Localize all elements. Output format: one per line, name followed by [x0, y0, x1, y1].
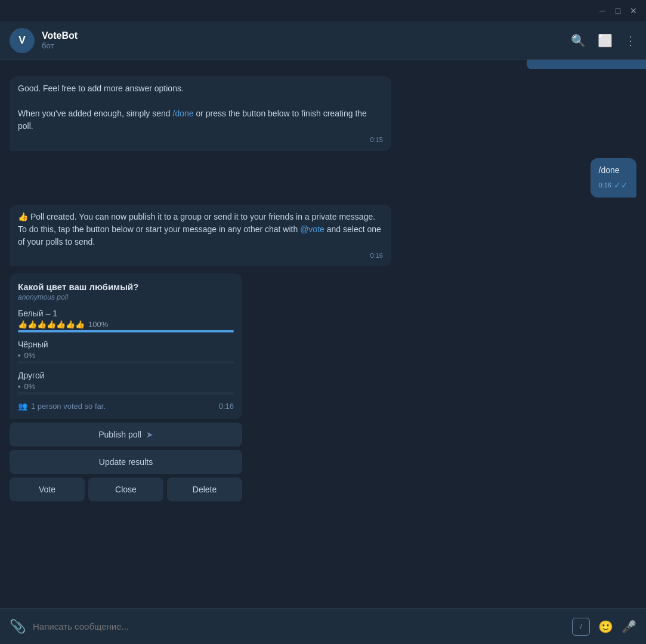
poll-card-row: Какой цвет ваш любимый? anonymous poll Б… [10, 273, 636, 501]
title-bar: ─ □ ✕ [0, 0, 646, 21]
poll-bar-emoji-3: ▪ [18, 382, 21, 391]
publish-poll-button[interactable]: Publish poll ➤ [10, 423, 242, 446]
poll-bar-percent-2: 0% [24, 351, 36, 360]
poll-bar-row-3: ▪ 0% [18, 382, 234, 391]
poll-time: 0:16 [219, 402, 234, 411]
mic-icon[interactable]: 🎤 [622, 620, 636, 634]
delete-label: Delete [193, 485, 217, 494]
message-text: Good. Feel free to add more answer optio… [18, 84, 367, 131]
input-bar: 📎 / 🙂 🎤 [0, 608, 646, 644]
message-input[interactable] [33, 621, 565, 631]
chat-title-area: VoteBot бот [42, 30, 571, 50]
header-icons: 🔍 ⬜ ⋮ [571, 33, 636, 48]
avatar: V [10, 28, 35, 53]
emoji-icon[interactable]: 🙂 [598, 620, 613, 634]
message-row: Good. Feel free to add more answer optio… [10, 76, 636, 151]
minimize-button[interactable]: ─ [597, 5, 608, 16]
user-message-time: 0:16 ✓✓ [599, 179, 628, 192]
attach-icon[interactable]: 📎 [10, 619, 26, 634]
vote-label: Vote [39, 485, 55, 494]
close-button[interactable]: ✕ [628, 5, 639, 16]
poll-buttons: Publish poll ➤ Update results Vote Close… [10, 423, 242, 501]
update-results-label: Update results [99, 457, 153, 467]
chat-status: бот [42, 41, 571, 50]
maximize-button[interactable]: □ [613, 5, 623, 16]
poll-btn-row: Vote Close Delete [10, 477, 242, 501]
close-button[interactable]: Close [88, 477, 163, 501]
poll-bar-percent-1: 100% [88, 320, 108, 329]
poll-option-label-3: Другой [18, 371, 234, 380]
poll-bar-row-1: 👍👍👍👍👍👍👍 100% [18, 320, 234, 329]
voted-text: 1 person voted so far. [31, 402, 106, 411]
chat-header: V VoteBot бот 🔍 ⬜ ⋮ [0, 21, 646, 60]
message-time: 0:15 [18, 135, 383, 145]
poll-voted: 👥 1 person voted so far. [18, 402, 106, 411]
vote-link[interactable]: @vote [300, 224, 324, 234]
publish-poll-label: Publish poll [98, 430, 141, 439]
poll-footer: 👥 1 person voted so far. 0:16 [18, 402, 234, 411]
message-row-bot2: 👍 Poll created. You can now publish it t… [10, 205, 636, 267]
vote-button[interactable]: Vote [10, 477, 85, 501]
bot-bubble-2: 👍 Poll created. You can now publish it t… [10, 205, 391, 267]
poll-question: Какой цвет ваш любимый? [18, 282, 234, 292]
user-message-text: /done [599, 165, 620, 175]
message-row-user: /done 0:16 ✓✓ [10, 158, 636, 198]
poll-bar-emoji-2: ▪ [18, 351, 21, 360]
user-bubble-1: /done 0:16 ✓✓ [591, 158, 636, 198]
double-check-icon: ✓✓ [614, 179, 628, 192]
poll-option-label-2: Чёрный [18, 340, 234, 349]
sidebar-toggle-icon[interactable]: ⬜ [598, 33, 613, 48]
command-icon[interactable]: / [572, 618, 590, 636]
poll-bar-emoji-1: 👍👍👍👍👍👍👍 [18, 320, 85, 329]
delete-button[interactable]: Delete [167, 477, 242, 501]
poll-option-1: Белый – 1 👍👍👍👍👍👍👍 100% [18, 309, 234, 332]
poll-option-label-1: Белый – 1 [18, 309, 234, 318]
poll-card: Какой цвет ваш любимый? anonymous poll Б… [10, 273, 242, 419]
poll-bar-row-2: ▪ 0% [18, 351, 234, 360]
chat-area: Good. Feel free to add more answer optio… [0, 60, 646, 608]
poll-bar-inner-1 [18, 330, 234, 332]
poll-option-2: Чёрный ▪ 0% [18, 340, 234, 363]
poll-bar-fill-3 [18, 392, 234, 395]
poll-option-3: Другой ▪ 0% [18, 371, 234, 395]
chat-name: VoteBot [42, 30, 571, 41]
poll-anonymous-label: anonymous poll [18, 293, 234, 301]
close-label: Close [115, 485, 137, 494]
message-text-2: 👍 Poll created. You can now publish it t… [18, 212, 381, 246]
update-results-button[interactable]: Update results [10, 450, 242, 474]
input-right-icons: / 🙂 🎤 [572, 618, 636, 636]
cmd-label: / [580, 622, 582, 631]
poll-bar-fill-1 [18, 330, 234, 332]
poll-bar-fill-2 [18, 361, 234, 363]
done-link[interactable]: /done [173, 109, 194, 118]
search-icon[interactable]: 🔍 [571, 33, 586, 48]
voted-icon: 👥 [18, 402, 27, 411]
bot-bubble-1: Good. Feel free to add more answer optio… [10, 76, 391, 151]
poll-bar-percent-3: 0% [24, 382, 36, 391]
share-icon: ➤ [146, 430, 153, 439]
message-time-2: 0:16 [18, 251, 383, 261]
more-options-icon[interactable]: ⋮ [625, 33, 636, 48]
